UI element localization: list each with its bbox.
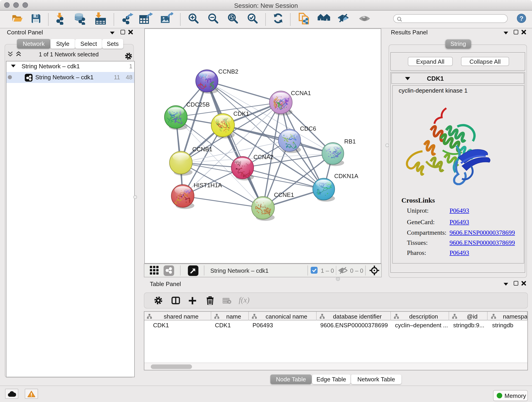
svg-text:CCNB1: CCNB1 — [192, 146, 212, 153]
svg-text:HIST1H1A: HIST1H1A — [194, 182, 222, 188]
svg-text:CDK1: CDK1 — [234, 110, 249, 117]
svg-text:RB1: RB1 — [344, 138, 356, 145]
svg-text:CCNA2: CCNA2 — [253, 154, 273, 160]
svg-text:CCNA1: CCNA1 — [291, 90, 311, 96]
svg-text:CDC25B: CDC25B — [186, 101, 210, 108]
svg-text:CDKN1A: CDKN1A — [334, 173, 359, 179]
svg-text:CDC6: CDC6 — [300, 125, 316, 132]
svg-text:CCNE1: CCNE1 — [274, 191, 294, 198]
svg-text:CCNB2: CCNB2 — [218, 68, 239, 75]
